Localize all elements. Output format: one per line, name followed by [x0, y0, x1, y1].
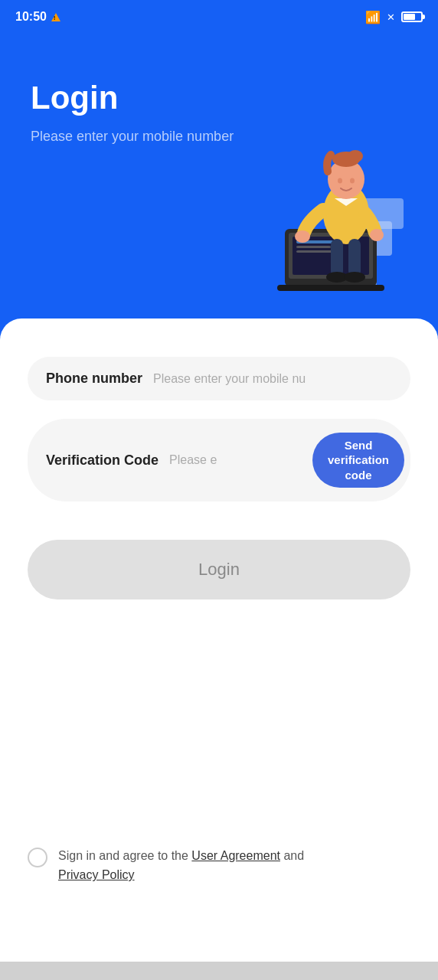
time-display: 10:50 [15, 10, 47, 24]
send-verification-button[interactable]: Sendverificationcode [312, 433, 404, 488]
login-button[interactable]: Login [28, 540, 410, 599]
agreement-section: Sign in and agree to the User Agreement … [28, 846, 410, 885]
svg-rect-14 [348, 239, 361, 277]
phone-input[interactable] [153, 372, 392, 386]
svg-point-16 [344, 272, 365, 283]
form-section: Phone number Verification Code Sendverif… [0, 318, 438, 962]
svg-rect-9 [277, 285, 384, 291]
warning-icon [51, 13, 60, 21]
agreement-and: and [280, 849, 304, 862]
svg-point-11 [295, 230, 310, 243]
hero-section: Login Please enter your mobile number [0, 34, 438, 340]
svg-rect-13 [331, 239, 343, 277]
battery-icon [401, 11, 423, 22]
status-time: 10:50 [15, 10, 60, 24]
svg-point-12 [370, 229, 384, 241]
svg-point-20 [338, 178, 342, 184]
svg-point-19 [348, 150, 363, 162]
wifi-icon: 📶 [365, 10, 381, 24]
phone-label: Phone number [46, 371, 142, 387]
agreement-prefix: Sign in and agree to the [58, 849, 191, 862]
verification-label: Verification Code [46, 452, 159, 469]
privacy-policy-link[interactable]: Privacy Policy [58, 868, 135, 881]
agreement-text: Sign in and agree to the User Agreement … [58, 846, 304, 885]
signal-icon: ✕ [387, 11, 395, 23]
status-right: 📶 ✕ [365, 10, 423, 24]
agreement-checkbox[interactable] [28, 848, 47, 867]
user-agreement-link[interactable]: User Agreement [191, 849, 280, 862]
send-btn-text: Sendverificationcode [328, 438, 389, 483]
svg-rect-7 [296, 246, 331, 248]
status-bar: 10:50 📶 ✕ [0, 0, 438, 34]
svg-rect-8 [296, 250, 335, 253]
svg-point-21 [350, 178, 355, 184]
verification-input-group[interactable]: Verification Code Sendverificationcode [28, 419, 410, 501]
verification-input[interactable] [169, 453, 312, 467]
hero-illustration [239, 95, 423, 340]
phone-input-group[interactable]: Phone number [28, 357, 410, 400]
